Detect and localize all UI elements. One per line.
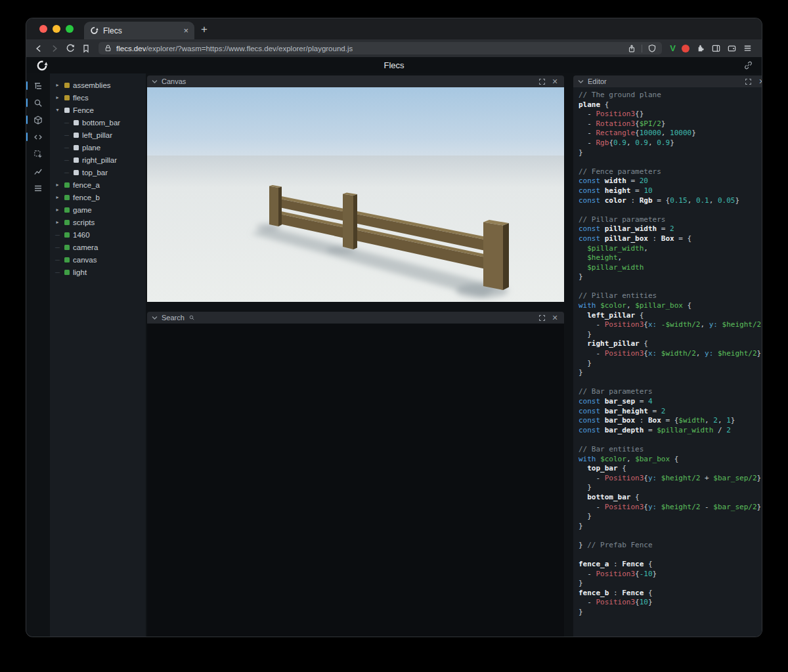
tree-item-camera[interactable]: —camera [50, 241, 146, 253]
code-line: } [579, 330, 762, 340]
tree-closed-chevron-icon[interactable]: ▸ [54, 207, 61, 213]
tree-item-label: assemblies [73, 81, 111, 89]
tree-item-1460[interactable]: —1460 [50, 228, 146, 241]
entity-kind-icon [64, 232, 70, 238]
canvas-panel-header[interactable]: Canvas ✕ [147, 75, 564, 87]
code-line: right_pillar { [579, 339, 762, 349]
navigation-bar: flecs.dev/explorer/?wasm=https://www.fle… [26, 39, 762, 57]
extensions-puzzle-icon[interactable] [695, 43, 705, 53]
code-line [579, 378, 762, 388]
collapse-chevron-icon[interactable] [578, 79, 584, 84]
wallet-icon[interactable] [727, 43, 737, 53]
tree-item-label: canvas [73, 256, 97, 264]
code-line: fence_b : Fence { [579, 589, 762, 598]
menu-icon[interactable] [743, 43, 753, 53]
close-window-button[interactable] [39, 25, 47, 33]
minimize-window-button[interactable] [53, 25, 60, 33]
code-line: const pillar_width = 2 [579, 224, 762, 234]
extension-v-icon[interactable]: V [670, 43, 676, 53]
code-line: } [579, 522, 762, 532]
new-tab-button[interactable]: + [194, 23, 214, 39]
editor-panel-header[interactable]: Editor ✕ [573, 75, 762, 87]
close-panel-icon[interactable]: ✕ [757, 77, 762, 86]
tree-closed-chevron-icon[interactable]: ▸ [54, 194, 61, 200]
tree-item-game[interactable]: ▸game [50, 203, 146, 216]
tree-item-canvas[interactable]: —canvas [50, 253, 146, 266]
sidebar-icon-inspect[interactable] [26, 146, 50, 163]
tree-closed-chevron-icon[interactable]: ▸ [54, 94, 61, 100]
code-line: // Bar parameters [579, 387, 762, 397]
sidebar-icon-tree[interactable] [26, 77, 50, 94]
code-line: const bar_box : Box = {$width, 2, 1} [579, 416, 762, 426]
sidebar-icon-queries[interactable] [26, 180, 50, 197]
sky [147, 87, 564, 161]
tree-item-label: 1460 [73, 231, 90, 239]
tree-item-fence_a[interactable]: ▸fence_a [50, 178, 146, 191]
code-line: with $color, $pillar_box { [579, 301, 762, 311]
tree-open-chevron-icon[interactable]: ▾ [54, 107, 61, 113]
tree-item-fence_b[interactable]: ▸fence_b [50, 191, 146, 203]
tree-guide-dash: — [63, 120, 70, 125]
3d-viewport[interactable] [147, 87, 564, 302]
zoom-window-button[interactable] [66, 25, 74, 33]
code-line: const bar_height = 2 [579, 407, 762, 417]
tree-item-label: camera [73, 243, 98, 251]
editor-panel: Editor ✕ // The ground planeplane { - Po… [573, 74, 762, 637]
code-icon [33, 132, 43, 142]
tree-item-assemblies[interactable]: ▸assemblies [50, 79, 146, 91]
code-line: $height, [579, 253, 762, 263]
sidebar-icon-entities[interactable] [26, 112, 50, 129]
tree-closed-chevron-icon[interactable]: ▸ [54, 82, 61, 88]
search-panel-title: Search [162, 314, 185, 322]
code-line: const bar_depth = $pillar_width / 2 [579, 426, 762, 436]
sidebar-panel-icon[interactable] [711, 43, 721, 53]
expand-panel-icon[interactable] [744, 77, 753, 86]
tree-item-flecs[interactable]: ▸flecs [50, 91, 146, 104]
editor-code[interactable]: // The ground planeplane { - Position3{}… [573, 87, 762, 637]
bookmark-icon[interactable] [79, 41, 93, 56]
back-button[interactable] [32, 41, 46, 56]
search-icon [33, 98, 43, 108]
expand-panel-icon[interactable] [537, 313, 546, 322]
code-line: - Position3{10} [579, 598, 762, 608]
close-panel-icon[interactable]: ✕ [550, 77, 559, 86]
entity-kind-icon [64, 207, 70, 213]
brave-shield-icon[interactable] [647, 44, 657, 53]
tab-close-icon[interactable]: × [183, 26, 188, 35]
code-line: // Pillar parameters [579, 215, 762, 225]
extension-red-dot-icon[interactable] [682, 45, 690, 52]
collapse-chevron-icon[interactable] [152, 79, 158, 84]
browser-window: Flecs × + flecs.dev/explorer/?wasm=htt [26, 18, 762, 637]
explorer-content: ▸assemblies▸flecs▾Fence—bottom_bar—left_… [26, 74, 762, 637]
close-panel-icon[interactable]: ✕ [550, 313, 559, 322]
expand-panel-icon[interactable] [537, 77, 546, 86]
code-line: - Rgb{0.9, 0.9, 0.9} [579, 138, 762, 148]
collapse-chevron-icon[interactable] [152, 316, 158, 320]
tree-item-scripts[interactable]: ▸scripts [50, 216, 146, 228]
entity-kind-icon [74, 145, 79, 150]
browser-tab[interactable]: Flecs × [84, 22, 194, 39]
tree-item-light[interactable]: —light [50, 266, 146, 278]
tree-closed-chevron-icon[interactable]: ▸ [54, 182, 61, 188]
url-path: /explorer/?wasm=https://www.flecs.dev/ex… [146, 45, 353, 52]
tree-item-bottom_bar[interactable]: —bottom_bar [50, 116, 146, 129]
tree-item-top_bar[interactable]: —top_bar [50, 166, 146, 178]
tree-item-left_pillar[interactable]: —left_pillar [50, 129, 146, 141]
tree-item-plane[interactable]: —plane [50, 141, 146, 154]
tree-closed-chevron-icon[interactable]: ▸ [54, 219, 61, 225]
search-panel-header[interactable]: Search ✕ [147, 312, 564, 324]
share-icon[interactable] [627, 44, 636, 53]
sidebar-icon-code[interactable] [26, 129, 50, 146]
tree-item-right_pillar[interactable]: —right_pillar [50, 154, 146, 166]
address-bar[interactable]: flecs.dev/explorer/?wasm=https://www.fle… [98, 42, 662, 54]
code-line: const width = 20 [579, 177, 762, 186]
sidebar-icon-stats[interactable] [26, 163, 50, 180]
tree-item-Fence[interactable]: ▾Fence [50, 104, 146, 116]
code-line: - Position3{y: $height/2 - $bar_sep/2} [579, 503, 762, 513]
main-column: Canvas ✕ [147, 74, 564, 637]
code-line [579, 531, 762, 541]
reload-button[interactable] [63, 41, 77, 56]
sidebar-icon-search[interactable] [26, 94, 50, 112]
code-line: const pillar_box : Box = { [579, 234, 762, 244]
forward-button[interactable] [47, 41, 62, 56]
